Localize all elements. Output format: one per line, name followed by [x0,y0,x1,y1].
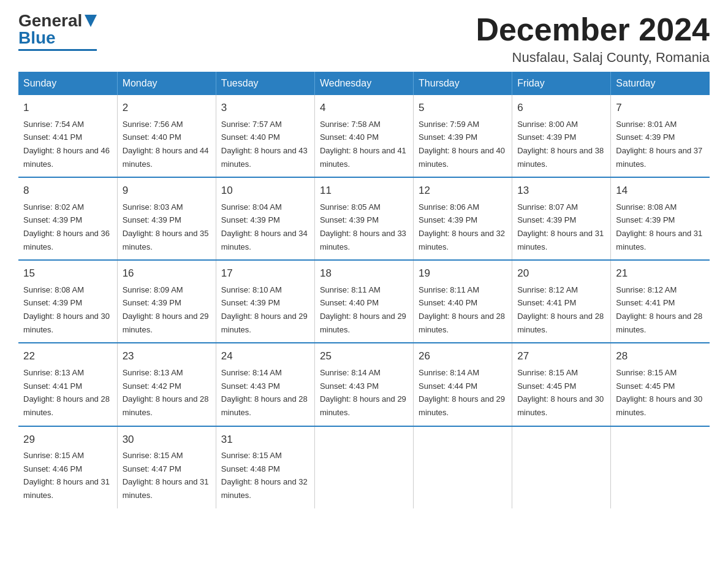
calendar-week-row: 22Sunrise: 8:13 AMSunset: 4:41 PMDayligh… [18,343,710,426]
table-row: 15Sunrise: 8:08 AMSunset: 4:39 PMDayligh… [18,260,117,343]
table-row [611,426,710,508]
day-info: Sunrise: 7:58 AMSunset: 4:40 PMDaylight:… [320,120,406,169]
table-row: 8Sunrise: 8:02 AMSunset: 4:39 PMDaylight… [18,177,117,260]
day-number: 3 [221,100,309,116]
day-number: 29 [23,432,112,448]
table-row: 19Sunrise: 8:11 AMSunset: 4:40 PMDayligh… [414,260,512,343]
day-number: 4 [320,100,408,116]
day-info: Sunrise: 8:07 AMSunset: 4:39 PMDaylight:… [517,202,604,251]
table-row: 20Sunrise: 8:12 AMSunset: 4:41 PMDayligh… [512,260,611,343]
table-row: 6Sunrise: 8:00 AMSunset: 4:39 PMDaylight… [512,95,611,177]
day-info: Sunrise: 8:02 AMSunset: 4:39 PMDaylight:… [23,202,110,251]
table-row: 31Sunrise: 8:15 AMSunset: 4:48 PMDayligh… [216,426,314,508]
day-info: Sunrise: 7:59 AMSunset: 4:39 PMDaylight:… [419,120,505,169]
table-row: 18Sunrise: 8:11 AMSunset: 4:40 PMDayligh… [314,260,413,343]
calendar-week-row: 1Sunrise: 7:54 AMSunset: 4:41 PMDaylight… [18,95,710,177]
col-sunday: Sunday [18,72,117,95]
day-number: 23 [123,348,211,364]
table-row: 26Sunrise: 8:14 AMSunset: 4:44 PMDayligh… [414,343,512,426]
table-row: 4Sunrise: 7:58 AMSunset: 4:40 PMDaylight… [314,95,413,177]
day-number: 9 [123,183,211,199]
day-number: 14 [616,183,705,199]
table-row: 5Sunrise: 7:59 AMSunset: 4:39 PMDaylight… [414,95,512,177]
day-number: 24 [221,348,309,364]
day-info: Sunrise: 8:14 AMSunset: 4:44 PMDaylight:… [419,368,505,417]
day-info: Sunrise: 7:57 AMSunset: 4:40 PMDaylight:… [221,120,308,169]
day-info: Sunrise: 8:12 AMSunset: 4:41 PMDaylight:… [517,285,604,334]
day-number: 17 [221,266,309,282]
table-row: 2Sunrise: 7:56 AMSunset: 4:40 PMDaylight… [117,95,216,177]
col-wednesday: Wednesday [314,72,413,95]
day-number: 27 [517,348,605,364]
day-number: 10 [221,183,309,199]
table-row [414,426,512,508]
table-row: 14Sunrise: 8:08 AMSunset: 4:39 PMDayligh… [611,177,710,260]
day-info: Sunrise: 8:15 AMSunset: 4:48 PMDaylight:… [221,451,308,500]
day-number: 25 [320,348,408,364]
table-row [314,426,413,508]
logo-general-text: General [18,12,82,29]
page-header: General Blue December 2024 Nusfalau, Sal… [18,12,710,66]
logo-triangle-icon [85,15,97,27]
day-info: Sunrise: 8:15 AMSunset: 4:45 PMDaylight:… [616,368,702,417]
day-number: 21 [616,266,705,282]
table-row: 21Sunrise: 8:12 AMSunset: 4:41 PMDayligh… [611,260,710,343]
day-number: 6 [517,100,605,116]
calendar-week-row: 29Sunrise: 8:15 AMSunset: 4:46 PMDayligh… [18,426,710,508]
day-info: Sunrise: 8:10 AMSunset: 4:39 PMDaylight:… [221,285,308,334]
calendar-week-row: 8Sunrise: 8:02 AMSunset: 4:39 PMDaylight… [18,177,710,260]
day-info: Sunrise: 8:04 AMSunset: 4:39 PMDaylight:… [221,202,308,251]
title-block: December 2024 Nusfalau, Salaj County, Ro… [476,12,710,66]
table-row: 29Sunrise: 8:15 AMSunset: 4:46 PMDayligh… [18,426,117,508]
day-number: 28 [616,348,705,364]
table-row: 13Sunrise: 8:07 AMSunset: 4:39 PMDayligh… [512,177,611,260]
table-row: 28Sunrise: 8:15 AMSunset: 4:45 PMDayligh… [611,343,710,426]
day-number: 5 [419,100,507,116]
day-info: Sunrise: 8:13 AMSunset: 4:42 PMDaylight:… [123,368,209,417]
day-number: 12 [419,183,507,199]
day-info: Sunrise: 8:11 AMSunset: 4:40 PMDaylight:… [320,285,406,334]
day-number: 11 [320,183,408,199]
table-row: 16Sunrise: 8:09 AMSunset: 4:39 PMDayligh… [117,260,216,343]
day-number: 15 [23,266,112,282]
day-info: Sunrise: 8:08 AMSunset: 4:39 PMDaylight:… [616,202,702,251]
day-info: Sunrise: 8:15 AMSunset: 4:47 PMDaylight:… [123,451,209,500]
day-info: Sunrise: 8:00 AMSunset: 4:39 PMDaylight:… [517,120,604,169]
col-monday: Monday [117,72,216,95]
day-number: 19 [419,266,507,282]
day-info: Sunrise: 8:03 AMSunset: 4:39 PMDaylight:… [123,202,209,251]
day-number: 1 [23,100,112,116]
day-info: Sunrise: 8:15 AMSunset: 4:45 PMDaylight:… [517,368,604,417]
day-number: 2 [123,100,211,116]
calendar-week-row: 15Sunrise: 8:08 AMSunset: 4:39 PMDayligh… [18,260,710,343]
table-row: 24Sunrise: 8:14 AMSunset: 4:43 PMDayligh… [216,343,314,426]
col-saturday: Saturday [611,72,710,95]
day-number: 31 [221,432,309,448]
day-info: Sunrise: 8:13 AMSunset: 4:41 PMDaylight:… [23,368,110,417]
table-row: 30Sunrise: 8:15 AMSunset: 4:47 PMDayligh… [117,426,216,508]
table-row: 27Sunrise: 8:15 AMSunset: 4:45 PMDayligh… [512,343,611,426]
day-info: Sunrise: 8:14 AMSunset: 4:43 PMDaylight:… [320,368,406,417]
table-row: 12Sunrise: 8:06 AMSunset: 4:39 PMDayligh… [414,177,512,260]
calendar-subtitle: Nusfalau, Salaj County, Romania [476,50,710,66]
day-info: Sunrise: 8:15 AMSunset: 4:46 PMDaylight:… [23,451,110,500]
table-row: 22Sunrise: 8:13 AMSunset: 4:41 PMDayligh… [18,343,117,426]
table-row: 1Sunrise: 7:54 AMSunset: 4:41 PMDaylight… [18,95,117,177]
logo-blue-text: Blue [18,29,56,47]
day-info: Sunrise: 7:56 AMSunset: 4:40 PMDaylight:… [123,120,209,169]
table-row: 11Sunrise: 8:05 AMSunset: 4:39 PMDayligh… [314,177,413,260]
calendar-table: Sunday Monday Tuesday Wednesday Thursday… [18,72,710,508]
day-number: 7 [616,100,705,116]
day-number: 20 [517,266,605,282]
logo: General Blue [18,12,97,51]
day-info: Sunrise: 8:06 AMSunset: 4:39 PMDaylight:… [419,202,505,251]
table-row: 17Sunrise: 8:10 AMSunset: 4:39 PMDayligh… [216,260,314,343]
day-number: 30 [123,432,211,448]
day-number: 18 [320,266,408,282]
table-row [512,426,611,508]
calendar-title: December 2024 [476,12,710,47]
day-info: Sunrise: 8:11 AMSunset: 4:40 PMDaylight:… [419,285,505,334]
day-info: Sunrise: 8:05 AMSunset: 4:39 PMDaylight:… [320,202,406,251]
day-number: 22 [23,348,112,364]
day-info: Sunrise: 8:08 AMSunset: 4:39 PMDaylight:… [23,285,110,334]
